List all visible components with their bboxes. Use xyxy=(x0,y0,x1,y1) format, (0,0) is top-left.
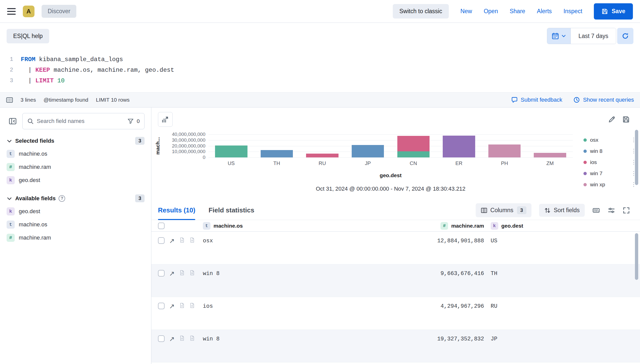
field-item[interactable]: kgeo.dest xyxy=(7,174,145,187)
legend-item[interactable]: osx⋮ xyxy=(583,134,640,145)
compare-doc-icon[interactable] xyxy=(179,303,185,308)
nav-new[interactable]: New xyxy=(460,8,472,15)
field-item[interactable]: kgeo.dest xyxy=(7,205,145,218)
chevron-down-icon xyxy=(7,196,12,201)
stacked-bar[interactable] xyxy=(397,134,430,157)
stacked-bar[interactable] xyxy=(352,134,384,157)
menu-icon[interactable] xyxy=(7,8,16,15)
bar-segment-osx[interactable] xyxy=(215,145,247,157)
esql-editor[interactable]: 1FROM kibana_sample_data_logs2 | KEEP ma… xyxy=(0,49,640,92)
expand-row-icon[interactable]: ↗ xyxy=(169,303,175,310)
field-item[interactable]: tmachine.os xyxy=(7,218,145,231)
line-number: 3 xyxy=(0,76,13,86)
save-button[interactable]: Save xyxy=(594,3,633,20)
row-checkbox[interactable] xyxy=(158,335,165,342)
gridline xyxy=(208,157,573,158)
column-header-machine-os[interactable]: t machine.os xyxy=(203,222,380,230)
date-quick-select-button[interactable] xyxy=(547,28,571,44)
bar-segment-win-xp[interactable] xyxy=(534,153,566,157)
row-checkbox[interactable] xyxy=(158,303,165,309)
breadcrumb[interactable]: Discover xyxy=(42,5,76,18)
help-icon[interactable]: ? xyxy=(59,195,65,202)
show-recent-queries-link[interactable]: Show recent queries xyxy=(573,97,634,103)
stacked-bar[interactable] xyxy=(488,134,521,157)
row-controls: ↗ xyxy=(151,232,203,264)
row-checkbox[interactable] xyxy=(158,237,165,244)
collapse-sidebar-button[interactable] xyxy=(7,115,19,127)
field-item[interactable]: #machine.ram xyxy=(7,231,145,244)
sort-fields-button[interactable]: Sort fields xyxy=(539,204,585,217)
nav-open[interactable]: Open xyxy=(484,8,498,15)
columns-button[interactable]: Columns 3 xyxy=(476,203,531,217)
stacked-bar[interactable] xyxy=(215,134,247,157)
table-row[interactable]: ↗ios4,294,967,296RU xyxy=(151,297,640,330)
display-options-button[interactable] xyxy=(608,207,615,214)
bar-slot xyxy=(391,134,436,157)
refresh-button[interactable] xyxy=(617,28,633,44)
submit-feedback-link[interactable]: Submit feedback xyxy=(511,97,562,103)
switch-to-classic-button[interactable]: Switch to classic xyxy=(393,4,449,19)
field-search-input[interactable] xyxy=(37,118,125,124)
show-recent-queries-label: Show recent queries xyxy=(583,97,634,103)
nav-share[interactable]: Share xyxy=(510,8,525,15)
nav-alerts[interactable]: Alerts xyxy=(537,8,552,15)
keyboard-icon xyxy=(592,207,600,214)
available-fields-header[interactable]: Available fields ? 3 xyxy=(7,194,145,202)
view-doc-icon[interactable] xyxy=(189,237,195,243)
legend-item[interactable]: win 7⋮ xyxy=(583,168,640,179)
select-all-checkbox[interactable] xyxy=(158,223,165,229)
stacked-bar[interactable] xyxy=(306,134,339,157)
legend-label: ios xyxy=(590,159,597,165)
fullscreen-button[interactable] xyxy=(623,207,630,214)
esql-editor-icon xyxy=(6,97,13,103)
column-header-machine-ram[interactable]: # machine.ram xyxy=(380,222,484,230)
compare-doc-icon[interactable] xyxy=(179,335,185,341)
table-row[interactable]: ↗win 89,663,676,416TH xyxy=(151,264,640,297)
save-visualization-button[interactable] xyxy=(622,116,630,123)
bar-segment-win-8[interactable] xyxy=(261,150,293,157)
column-header-geo-dest[interactable]: k geo.dest xyxy=(484,222,640,230)
view-doc-icon[interactable] xyxy=(189,335,195,341)
bar-segment-osx[interactable] xyxy=(397,151,430,157)
expand-row-icon[interactable]: ↗ xyxy=(169,237,175,244)
view-doc-icon[interactable] xyxy=(189,303,195,308)
edit-visualization-button[interactable] xyxy=(608,116,616,123)
chart-scrollbar[interactable] xyxy=(635,130,638,185)
nav-inspect[interactable]: Inspect xyxy=(563,8,582,15)
stacked-bar[interactable] xyxy=(534,134,566,157)
table-row[interactable]: ↗osx12,884,901,888US xyxy=(151,232,640,264)
bar-segment-win-8[interactable] xyxy=(352,145,384,157)
view-doc-icon[interactable] xyxy=(189,270,195,276)
expand-row-icon[interactable]: ↗ xyxy=(169,270,175,277)
table-row[interactable]: ↗win 819,327,352,832JP xyxy=(151,330,640,362)
save-chart-icon xyxy=(622,116,630,123)
field-item[interactable]: #machine.ram xyxy=(7,160,145,174)
keyboard-shortcuts-button[interactable] xyxy=(592,207,600,214)
tab-results[interactable]: Results (10) xyxy=(158,201,195,220)
stacked-bar[interactable] xyxy=(261,134,293,157)
expand-row-icon[interactable]: ↗ xyxy=(169,335,175,342)
space-avatar[interactable]: A xyxy=(23,6,34,17)
date-range-button[interactable]: Last 7 days xyxy=(571,28,616,44)
chart-options-button[interactable] xyxy=(158,112,173,127)
timestamp-info: @timestamp found xyxy=(44,97,88,103)
row-checkbox[interactable] xyxy=(158,270,165,277)
selected-fields-header[interactable]: Selected fields 3 xyxy=(7,137,145,145)
compare-doc-icon[interactable] xyxy=(179,237,185,243)
table-scrollbar[interactable] xyxy=(635,233,638,280)
bar-segment-win-7[interactable] xyxy=(443,136,475,157)
tab-field-statistics[interactable]: Field statistics xyxy=(208,201,254,220)
bar-segment-win-xp[interactable] xyxy=(488,144,521,157)
stacked-bar[interactable] xyxy=(443,134,475,157)
field-filter-icon[interactable] xyxy=(128,118,134,124)
compare-doc-icon[interactable] xyxy=(179,270,185,276)
bar-segment-ios[interactable] xyxy=(306,154,339,157)
legend-item[interactable]: ios⋮ xyxy=(583,157,640,168)
field-item[interactable]: tmachine.os xyxy=(7,147,145,160)
column-label: machine.os xyxy=(214,223,243,229)
esql-help-button[interactable]: ES|QL help xyxy=(7,29,49,43)
legend-item[interactable]: win 8⋮ xyxy=(583,145,640,157)
legend-item[interactable]: win xp⋮ xyxy=(583,179,640,190)
field-search[interactable]: 0 xyxy=(22,113,145,129)
bar-segment-ios[interactable] xyxy=(397,136,430,151)
